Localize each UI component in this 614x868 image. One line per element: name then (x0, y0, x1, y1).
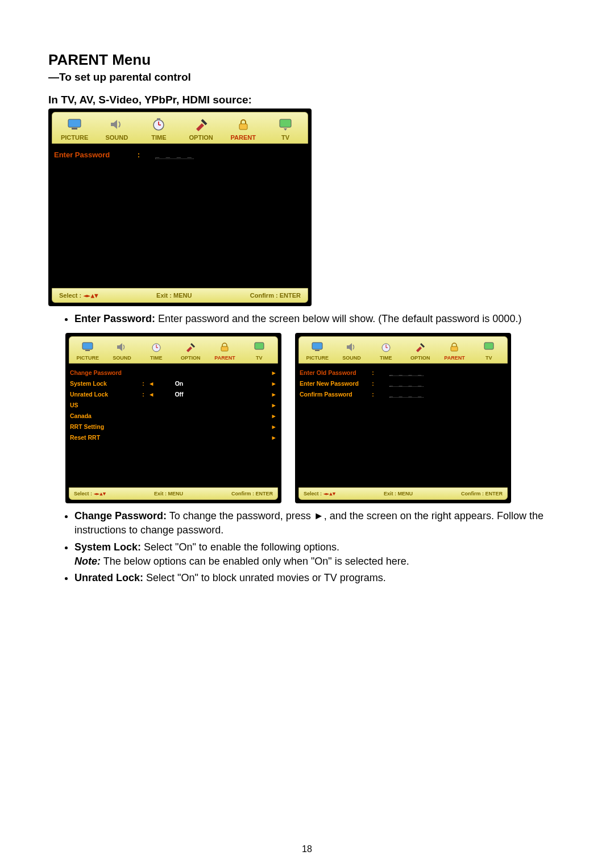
row-us[interactable]: US ► (70, 399, 277, 410)
lock-icon (437, 339, 471, 355)
chevron-right-icon: ► (271, 380, 277, 387)
svg-rect-15 (255, 343, 264, 349)
tab-tv-label: TV (281, 134, 289, 141)
row-label: Confirm Password (300, 391, 368, 398)
bullet-enter-password: Enter Password: Enter password and the s… (74, 312, 566, 326)
svg-rect-5 (157, 118, 160, 120)
hint-exit: Exit : MENU (384, 491, 413, 496)
row-reset-rrt[interactable]: Reset RRT ► (70, 432, 277, 443)
tab-time-label: TIME (150, 355, 163, 361)
chevron-right-icon: ► (271, 423, 277, 430)
chevron-right-icon: ► (271, 412, 277, 419)
tab-parent-label: PARENT (444, 355, 464, 361)
svg-rect-22 (484, 343, 493, 349)
row-enter-password[interactable]: Enter Password : _ _ _ _ (54, 148, 306, 161)
bullet-text: Enter password and the screen below will… (155, 313, 521, 324)
row-change-password[interactable]: Change Password ► (70, 367, 277, 378)
chevron-left-icon: ◄ (148, 380, 156, 387)
note-label: Note: (74, 556, 101, 567)
tv-icon (472, 339, 506, 355)
tab-time[interactable]: TIME (138, 115, 180, 143)
tools-icon (180, 115, 222, 134)
lock-icon (222, 115, 264, 134)
tab-sound[interactable]: SOUND (334, 339, 368, 363)
tab-time[interactable]: TIME (139, 339, 173, 363)
row-rrt-setting[interactable]: RRT Setting ► (70, 421, 277, 432)
note-text: The below options can be enabled only wh… (101, 556, 409, 567)
svg-rect-21 (451, 347, 458, 351)
svg-rect-7 (280, 119, 291, 127)
row-enter-old-password[interactable]: Enter Old Password : _ _ _ _ (300, 367, 507, 378)
osd-hint-bar: Select : ◄►▲▼ Exit : MENU Confirm : ENTE… (69, 487, 278, 500)
row-canada[interactable]: Canada ► (70, 410, 277, 421)
tools-icon (403, 339, 437, 355)
tab-time[interactable]: TIME (369, 339, 403, 363)
row-system-lock[interactable]: System Lock : ◄ On ► (70, 378, 277, 389)
tab-picture-label: PICTURE (61, 134, 88, 141)
tab-picture[interactable]: PICTURE (53, 115, 96, 143)
tab-tv-label: TV (486, 355, 492, 361)
tab-tv[interactable]: TV (242, 339, 276, 363)
chevron-right-icon: ► (271, 369, 277, 376)
tab-sound[interactable]: SOUND (96, 115, 138, 143)
tab-sound-label: SOUND (342, 355, 361, 361)
tab-picture[interactable]: PICTURE (300, 339, 334, 363)
monitor-icon (300, 339, 334, 355)
tab-sound-label: SOUND (113, 355, 131, 361)
source-line: In TV, AV, S-Video, YPbPr, HDMI source: (48, 94, 566, 106)
bullet-label: Enter Password: (74, 313, 155, 324)
osd-tab-bar: PICTURE SOUND TIME OPTION PARENT TV (298, 336, 508, 364)
tab-picture[interactable]: PICTURE (70, 339, 105, 363)
clock-icon (369, 339, 403, 355)
hint-confirm: Confirm : ENTER (461, 491, 503, 496)
row-unrated-lock[interactable]: Unrated Lock : ◄ Off ► (70, 389, 277, 399)
tab-option[interactable]: OPTION (180, 115, 222, 143)
tv-icon (264, 115, 306, 134)
tab-option-label: OPTION (410, 355, 430, 361)
tab-parent[interactable]: PARENT (208, 339, 242, 363)
bullet-label: System Lock: (74, 541, 141, 553)
osd-menu-body: Change Password ► System Lock : ◄ On ► U… (65, 364, 281, 444)
tab-option-label: OPTION (189, 134, 213, 141)
tab-option[interactable]: OPTION (403, 339, 437, 363)
osd-hint-bar: Select : ◄►▲▼ Exit : MENU Confirm : ENTE… (52, 288, 308, 303)
tab-tv[interactable]: TV (472, 339, 506, 363)
tab-parent[interactable]: PARENT (437, 339, 471, 363)
password-mask: _ _ _ _ (389, 369, 424, 376)
tv-icon (242, 339, 276, 355)
svg-rect-14 (221, 347, 228, 351)
bullet-change-password: Change Password: To change the password,… (74, 509, 566, 537)
bullet-text: Select "On" to enable the following opti… (141, 541, 339, 553)
row-label: System Lock (70, 380, 138, 387)
row-value: On (156, 380, 202, 387)
doc-bullet-list-1: Enter Password: Enter password and the s… (48, 312, 566, 326)
tab-sound[interactable]: SOUND (105, 339, 139, 363)
tab-tv[interactable]: TV (264, 115, 306, 143)
speaker-icon (105, 339, 139, 355)
row-label: Enter New Password (300, 380, 368, 387)
osd-menu-body: Enter Password : _ _ _ _ (48, 144, 312, 163)
tab-parent-label: PARENT (231, 134, 256, 141)
hint-confirm: Confirm : ENTER (231, 491, 273, 496)
bullet-system-lock: System Lock: Select "On" to enable the f… (74, 540, 566, 569)
tab-parent[interactable]: PARENT (222, 115, 264, 143)
tab-time-label: TIME (380, 355, 392, 361)
clock-icon (139, 339, 173, 355)
osd-enter-password: PICTURE SOUND TIME OPTION PARENT (48, 108, 312, 306)
svg-rect-10 (85, 350, 90, 351)
row-label: Enter Old Password (300, 369, 368, 376)
clock-icon (138, 115, 180, 134)
row-label: Canada (70, 412, 138, 419)
colon: : (134, 151, 144, 159)
hint-select: Select : ◄►▲▼ (304, 491, 335, 496)
chevron-right-icon: ► (271, 402, 277, 408)
row-enter-new-password[interactable]: Enter New Password : _ _ _ _ (300, 378, 507, 389)
tab-option[interactable]: OPTION (173, 339, 208, 363)
tab-picture-label: PICTURE (306, 355, 329, 361)
monitor-icon (70, 339, 105, 355)
hint-exit: Exit : MENU (156, 292, 192, 299)
svg-rect-6 (239, 124, 247, 130)
tab-sound-label: SOUND (105, 134, 128, 141)
hint-confirm: Confirm : ENTER (250, 292, 301, 299)
row-confirm-password[interactable]: Confirm Password : _ _ _ _ (300, 389, 507, 399)
